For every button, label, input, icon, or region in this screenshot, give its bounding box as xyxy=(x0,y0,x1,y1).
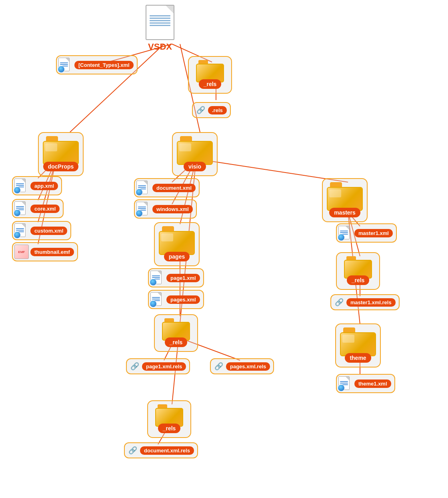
master1-xml-rels-node: 🔗 master1.xml.rels xyxy=(330,294,400,310)
pages-xml-label: pages.xml xyxy=(166,295,200,304)
rels-root-file-node: 🔗 .rels xyxy=(192,102,231,118)
vsdx-root-node: VSDX xyxy=(144,4,176,52)
pages-rels-folder-node: _rels xyxy=(154,314,198,352)
docprops-folder-node: docProps xyxy=(38,132,84,176)
pages-xml-rels-label: pages.xml.rels xyxy=(226,362,270,371)
page1-xml-label: page1.xml xyxy=(166,274,200,282)
document-xml-rels-node: 🔗 document.xml.rels xyxy=(124,442,198,458)
content-types-node: [Content_Types].xml xyxy=(56,55,138,74)
globe-badge-5 xyxy=(136,189,143,196)
vsdx-file-icon xyxy=(144,4,176,40)
page1-xml-icon xyxy=(150,271,165,285)
pages-xml-icon xyxy=(150,292,165,307)
pages-folder-icon xyxy=(159,226,195,255)
windows-xml-icon xyxy=(136,202,151,216)
windows-xml-label: windows.xml xyxy=(152,205,193,213)
master1-rels-link-icon: 🔗 xyxy=(334,297,345,308)
core-xml-node: core.xml xyxy=(12,199,64,218)
theme1-xml-icon xyxy=(338,376,353,391)
master1-xml-rels-label: master1.xml.rels xyxy=(346,298,396,307)
globe-badge-2 xyxy=(14,187,21,194)
visio-folder-icon xyxy=(177,136,213,165)
globe-badge-4 xyxy=(14,231,21,239)
page1-rels-link-icon: 🔗 xyxy=(129,361,140,372)
globe-badge-7 xyxy=(150,279,157,286)
theme1-xml-node: theme1.xml xyxy=(336,374,395,393)
theme1-xml-label: theme1.xml xyxy=(354,380,391,388)
app-xml-node: app.xml xyxy=(12,176,62,195)
rels-root-folder-label: _rels xyxy=(199,79,222,89)
app-xml-label: app.xml xyxy=(30,182,58,190)
pages-folder-node: pages xyxy=(154,222,200,266)
visio-folder-node: visio xyxy=(172,132,218,176)
page1-xml-node: page1.xml xyxy=(148,268,204,287)
windows-xml-node: windows.xml xyxy=(134,199,197,219)
app-xml-icon xyxy=(14,179,29,193)
masters-folder-label: masters xyxy=(329,208,360,217)
custom-xml-label: custom.xml xyxy=(30,227,67,235)
pages-rels-link-icon: 🔗 xyxy=(213,361,224,372)
core-xml-label: core.xml xyxy=(30,205,60,213)
document-xml-label: document.xml xyxy=(152,184,196,192)
content-types-icon xyxy=(58,58,73,72)
thumbnail-emf-icon: EMF xyxy=(14,245,29,259)
visio-rels-folder-label: _rels xyxy=(158,424,181,433)
rels-root-file-label: .rels xyxy=(208,106,227,114)
document-xml-node: document.xml xyxy=(134,178,200,197)
pages-xml-rels-node: 🔗 pages.xml.rels xyxy=(210,358,274,374)
docprops-folder-label: docProps xyxy=(43,162,79,171)
page1-xml-rels-node: 🔗 page1.xml.rels xyxy=(126,358,190,374)
thumbnail-emf-label: thumbnail.emf xyxy=(30,248,74,256)
theme-folder-label: theme xyxy=(345,353,371,363)
visio-rels-folder-node: _rels xyxy=(147,400,191,438)
docprops-folder-icon xyxy=(43,136,79,165)
globe-badge-3 xyxy=(14,209,21,217)
rels-root-folder-node: _rels xyxy=(188,56,232,94)
content-types-label: [Content_Types].xml xyxy=(74,61,134,69)
rels-link-icon: 🔗 xyxy=(195,104,206,116)
globe-badge-6 xyxy=(136,210,143,217)
globe-badge-8 xyxy=(150,300,157,307)
theme-folder-icon xyxy=(340,327,376,356)
masters-folder-node: masters xyxy=(322,178,368,222)
master1-xml-label: master1.xml xyxy=(354,229,393,237)
masters-rels-folder-label: _rels xyxy=(347,275,370,285)
masters-folder-icon xyxy=(327,182,363,211)
doc-rels-link-icon: 🔗 xyxy=(127,445,138,456)
pages-xml-node: pages.xml xyxy=(148,290,204,309)
visio-folder-label: visio xyxy=(184,162,206,171)
diagram: VSDX [Content_Types].xml _rels 🔗 .re xyxy=(0,0,448,498)
globe-badge-10 xyxy=(338,384,345,392)
pages-rels-folder-label: _rels xyxy=(165,337,188,347)
theme-folder-node: theme xyxy=(335,323,381,367)
master1-xml-icon xyxy=(338,226,353,240)
master1-xml-node: master1.xml xyxy=(336,223,397,243)
core-xml-icon xyxy=(14,201,29,216)
document-xml-icon xyxy=(136,181,151,195)
document-xml-rels-label: document.xml.rels xyxy=(140,446,194,455)
pages-folder-label: pages xyxy=(164,252,190,261)
custom-xml-node: custom.xml xyxy=(12,221,71,240)
page1-xml-rels-label: page1.xml.rels xyxy=(142,362,186,371)
masters-rels-folder-node: _rels xyxy=(336,252,380,290)
vsdx-label: VSDX xyxy=(148,42,172,52)
globe-badge-9 xyxy=(338,234,345,241)
globe-badge xyxy=(58,66,65,73)
thumbnail-emf-node: EMF thumbnail.emf xyxy=(12,242,78,261)
custom-xml-icon xyxy=(14,223,29,238)
